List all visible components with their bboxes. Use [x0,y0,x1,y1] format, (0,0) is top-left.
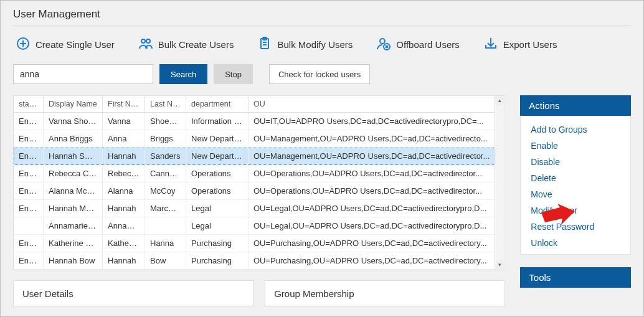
cell: New Department [186,130,249,147]
cell: Cannad... [145,165,186,182]
cell: Anna [103,130,145,147]
cell [14,217,44,234]
users-icon [138,36,153,53]
tool-label: Export Users [503,39,557,50]
actions-panel-title: Actions [520,95,631,116]
tool-plus-circle[interactable]: Create Single User [16,36,115,53]
cell: Hannah [103,148,145,164]
action-delete[interactable]: Delete [531,173,620,183]
tool-clipboard[interactable]: Bulk Modify Users [257,36,353,53]
tool-label: Create Single User [36,39,115,50]
toolbar: Create Single UserBulk Create UsersBulk … [13,26,631,64]
cell: Hannah [103,252,145,269]
cell: OU=Purchasing,OU=ADPRO Users,DC=ad,DC=ac… [249,252,495,269]
user-x-icon [376,36,391,53]
cell: New Department [186,148,249,164]
action-reset-password[interactable]: Reset Password [531,222,620,232]
cell: Katherine Ha... [44,235,103,252]
tools-panel-title: Tools [520,267,631,288]
cell: Rebecca Can... [44,165,103,182]
svg-point-9 [380,39,385,44]
cell: OU=Management,OU=ADPRO Users,DC=ad,DC=ac… [249,130,495,147]
svg-point-4 [146,39,150,43]
search-button[interactable]: Search [159,64,207,84]
tool-label: Bulk Create Users [158,39,234,50]
table-row[interactable]: Ena...Katherine Ha...KatherineHannaPurch… [14,235,495,252]
cell: Katherine [103,235,145,252]
cell: Hanna [145,235,186,252]
cell: Ena... [14,252,44,269]
cell: Alanna [103,182,145,199]
cell: Rebecca [103,165,145,182]
cell: OU=Legal,OU=ADPRO Users,DC=ad,DC=actived… [249,200,495,217]
svg-point-3 [141,39,145,43]
table-row[interactable]: Ena...Hannah BowHannahBowPurchasingOU=Pu… [14,252,495,270]
col-last-name[interactable]: Last Name [145,96,186,112]
stop-button[interactable]: Stop [214,64,253,84]
cell: OU=IT,OU=ADPRO Users,DC=ad,DC=activedire… [249,113,495,130]
cell: Purchasing [186,252,249,269]
action-disable[interactable]: Disable [531,157,620,167]
search-input[interactable] [13,64,153,84]
cell: OU=Operations,OU=ADPRO Users,DC=ad,DC=ac… [249,165,495,182]
tool-download[interactable]: Export Users [483,36,557,53]
tool-users[interactable]: Bulk Create Users [138,36,234,53]
action-move[interactable]: Move [531,189,620,199]
clipboard-icon [257,36,272,53]
tools-panel: Tools [520,267,631,288]
cell: Bow [145,252,186,269]
table-row[interactable]: Annamarie S...Annama...LegalOU=Legal,OU=… [14,217,495,235]
cell: Hannah Bow [44,252,103,269]
cell: Legal [186,217,249,234]
col-first-name[interactable]: First Name [103,96,145,112]
cell: Marcano [145,200,186,217]
col-department[interactable]: department [186,96,249,112]
tool-label: Offboard Users [396,39,459,50]
cell: Operations [186,165,249,182]
cell: Vanna [103,113,145,130]
cell: Legal [186,200,249,217]
search-row: Search Stop Check for locked users [13,64,631,84]
page-title: User Management [13,8,631,26]
scroll-up-icon[interactable]: ▴ [495,96,504,105]
user-details-panel: User Details [13,280,253,307]
col-display-name[interactable]: Display Name [44,96,103,112]
table-row[interactable]: Ena...Hannah Sand...HannahSandersNew Dep… [14,148,495,165]
cell: Information Sy... [186,113,249,130]
cell: Ena... [14,113,44,130]
cell: Annama... [103,217,145,234]
group-membership-panel: Group Membership [265,280,505,307]
scrollbar[interactable]: ▴ ▾ [495,96,504,270]
cell: Hannah Marc... [44,200,103,217]
check-locked-users-button[interactable]: Check for locked users [269,64,370,84]
cell: Vanna Shoem... [44,113,103,130]
scroll-down-icon[interactable]: ▾ [495,260,504,270]
table-row[interactable]: Ena...Vanna Shoem...VannaShoema...Inform… [14,113,495,130]
cell: Operations [186,182,249,199]
table-row[interactable]: Ena...Anna BriggsAnnaBriggsNew Departmen… [14,130,495,148]
cell: Purchasing [186,235,249,252]
col-ou[interactable]: OU [249,96,495,112]
cell: Sanders [145,148,186,164]
cell: Shoema... [145,113,186,130]
download-icon [483,36,498,53]
cell: OU=Purchasing,OU=ADPRO Users,DC=ad,DC=ac… [249,235,495,252]
actions-panel: Actions Add to GroupsEnableDisableDelete… [520,95,631,255]
plus-circle-icon [16,36,31,53]
cell: McCoy [145,182,186,199]
col-status[interactable]: status [14,96,44,112]
cell: Hannah [103,200,145,217]
action-add-to-groups[interactable]: Add to Groups [531,125,620,135]
table-row[interactable]: Ena...Alanna McCoyAlannaMcCoyOperationsO… [14,182,495,200]
tool-user-x[interactable]: Offboard Users [376,36,459,53]
table-row[interactable]: Ena...Rebecca Can...RebeccaCannad...Oper… [14,165,495,182]
cell: Ena... [14,235,44,252]
cell: Ena... [14,200,44,217]
action-unlock[interactable]: Unlock [531,238,620,248]
action-modify-user[interactable]: Modify User [531,206,620,215]
action-enable[interactable]: Enable [531,141,620,151]
table-row[interactable]: Ena...Hannah Marc...HannahMarcanoLegalOU… [14,200,495,217]
users-grid: status Display Name First Name Last Name… [13,95,505,270]
cell: Hannah Sand... [44,148,103,164]
tool-label: Bulk Modify Users [277,39,353,50]
